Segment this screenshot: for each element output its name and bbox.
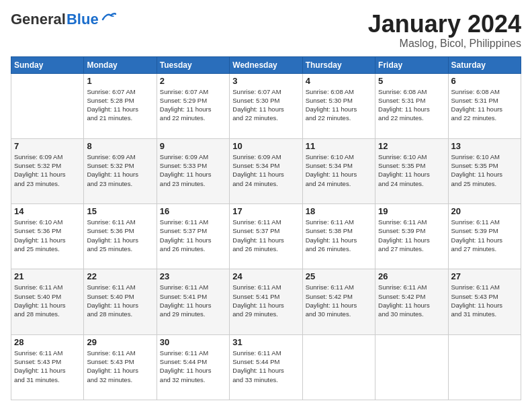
calendar-body: 1Sunrise: 6:07 AM Sunset: 5:28 PM Daylig… <box>11 73 521 400</box>
day-info: Sunrise: 6:07 AM Sunset: 5:28 PM Dayligh… <box>87 87 153 123</box>
calendar-cell: 23Sunrise: 6:11 AM Sunset: 5:41 PM Dayli… <box>157 269 229 334</box>
col-monday: Monday <box>84 56 157 73</box>
col-sunday: Sunday <box>11 56 84 73</box>
calendar-cell: 15Sunrise: 6:11 AM Sunset: 5:36 PM Dayli… <box>84 204 157 269</box>
calendar-cell: 4Sunrise: 6:08 AM Sunset: 5:30 PM Daylig… <box>302 73 375 138</box>
day-info: Sunrise: 6:11 AM Sunset: 5:39 PM Dayligh… <box>451 218 518 253</box>
day-number: 18 <box>306 206 372 216</box>
calendar-cell: 8Sunrise: 6:09 AM Sunset: 5:32 PM Daylig… <box>84 138 157 203</box>
day-number: 14 <box>14 206 81 216</box>
day-info: Sunrise: 6:09 AM Sunset: 5:32 PM Dayligh… <box>87 152 153 188</box>
day-info: Sunrise: 6:11 AM Sunset: 5:36 PM Dayligh… <box>87 218 153 253</box>
day-number: 27 <box>451 271 518 281</box>
day-number: 15 <box>87 206 153 216</box>
calendar-cell: 22Sunrise: 6:11 AM Sunset: 5:40 PM Dayli… <box>84 269 157 334</box>
day-number: 6 <box>451 76 518 86</box>
logo-blue: Blue <box>66 11 99 28</box>
logo-bird-icon <box>101 11 116 22</box>
day-info: Sunrise: 6:11 AM Sunset: 5:37 PM Dayligh… <box>160 218 226 253</box>
day-info: Sunrise: 6:10 AM Sunset: 5:34 PM Dayligh… <box>306 152 372 188</box>
day-number: 4 <box>306 76 372 86</box>
calendar-week-row: 1Sunrise: 6:07 AM Sunset: 5:28 PM Daylig… <box>11 73 521 138</box>
day-info: Sunrise: 6:08 AM Sunset: 5:31 PM Dayligh… <box>378 87 445 123</box>
calendar-cell: 5Sunrise: 6:08 AM Sunset: 5:31 PM Daylig… <box>375 73 448 138</box>
calendar-cell: 29Sunrise: 6:11 AM Sunset: 5:43 PM Dayli… <box>84 334 157 400</box>
col-thursday: Thursday <box>302 56 375 73</box>
calendar-subtitle: Maslog, Bicol, Philippines <box>368 38 521 50</box>
calendar-title: January 2024 <box>368 11 521 38</box>
day-number: 24 <box>232 271 299 281</box>
calendar-cell: 26Sunrise: 6:11 AM Sunset: 5:42 PM Dayli… <box>375 269 448 334</box>
page: General Blue January 2024 Maslog, Bicol,… <box>0 0 532 411</box>
calendar-cell: 1Sunrise: 6:07 AM Sunset: 5:28 PM Daylig… <box>84 73 157 138</box>
col-wednesday: Wednesday <box>230 56 302 73</box>
day-number: 10 <box>232 141 299 151</box>
day-info: Sunrise: 6:09 AM Sunset: 5:32 PM Dayligh… <box>14 152 81 188</box>
calendar-cell: 10Sunrise: 6:09 AM Sunset: 5:34 PM Dayli… <box>230 138 302 203</box>
calendar-cell: 25Sunrise: 6:11 AM Sunset: 5:42 PM Dayli… <box>302 269 375 334</box>
day-number: 28 <box>14 337 81 347</box>
day-info: Sunrise: 6:07 AM Sunset: 5:29 PM Dayligh… <box>160 87 226 123</box>
day-number: 31 <box>232 337 299 347</box>
day-info: Sunrise: 6:11 AM Sunset: 5:44 PM Dayligh… <box>160 349 226 384</box>
day-number: 16 <box>160 206 226 216</box>
day-info: Sunrise: 6:11 AM Sunset: 5:39 PM Dayligh… <box>378 218 445 253</box>
day-number: 9 <box>160 141 226 151</box>
calendar-cell: 28Sunrise: 6:11 AM Sunset: 5:43 PM Dayli… <box>11 334 84 400</box>
day-info: Sunrise: 6:11 AM Sunset: 5:42 PM Dayligh… <box>378 283 445 318</box>
day-number: 2 <box>160 76 226 86</box>
day-number: 26 <box>378 271 445 281</box>
calendar-cell: 18Sunrise: 6:11 AM Sunset: 5:38 PM Dayli… <box>302 204 375 269</box>
day-number: 11 <box>306 141 372 151</box>
day-info: Sunrise: 6:11 AM Sunset: 5:43 PM Dayligh… <box>451 283 518 318</box>
calendar-cell <box>302 334 375 400</box>
day-number: 23 <box>160 271 226 281</box>
day-info: Sunrise: 6:09 AM Sunset: 5:34 PM Dayligh… <box>232 152 299 188</box>
day-number: 17 <box>232 206 299 216</box>
col-saturday: Saturday <box>448 56 521 73</box>
day-number: 13 <box>451 141 518 151</box>
calendar-table: Sunday Monday Tuesday Wednesday Thursday… <box>11 56 521 400</box>
header: General Blue January 2024 Maslog, Bicol,… <box>11 11 521 50</box>
calendar-week-row: 21Sunrise: 6:11 AM Sunset: 5:40 PM Dayli… <box>11 269 521 334</box>
day-number: 22 <box>87 271 153 281</box>
day-info: Sunrise: 6:11 AM Sunset: 5:43 PM Dayligh… <box>87 349 153 384</box>
calendar-week-row: 28Sunrise: 6:11 AM Sunset: 5:43 PM Dayli… <box>11 334 521 400</box>
day-info: Sunrise: 6:10 AM Sunset: 5:35 PM Dayligh… <box>378 152 445 188</box>
calendar-cell: 31Sunrise: 6:11 AM Sunset: 5:44 PM Dayli… <box>230 334 302 400</box>
day-number: 5 <box>378 76 445 86</box>
calendar-cell: 27Sunrise: 6:11 AM Sunset: 5:43 PM Dayli… <box>448 269 521 334</box>
calendar-cell: 11Sunrise: 6:10 AM Sunset: 5:34 PM Dayli… <box>302 138 375 203</box>
calendar-cell: 3Sunrise: 6:07 AM Sunset: 5:30 PM Daylig… <box>230 73 302 138</box>
day-number: 25 <box>306 271 372 281</box>
calendar-cell: 19Sunrise: 6:11 AM Sunset: 5:39 PM Dayli… <box>375 204 448 269</box>
calendar-cell: 21Sunrise: 6:11 AM Sunset: 5:40 PM Dayli… <box>11 269 84 334</box>
day-info: Sunrise: 6:07 AM Sunset: 5:30 PM Dayligh… <box>232 87 299 123</box>
day-number: 19 <box>378 206 445 216</box>
day-number: 1 <box>87 76 153 86</box>
calendar-cell: 6Sunrise: 6:08 AM Sunset: 5:31 PM Daylig… <box>448 73 521 138</box>
calendar-cell: 2Sunrise: 6:07 AM Sunset: 5:29 PM Daylig… <box>157 73 229 138</box>
day-number: 8 <box>87 141 153 151</box>
calendar-cell: 12Sunrise: 6:10 AM Sunset: 5:35 PM Dayli… <box>375 138 448 203</box>
day-number: 3 <box>232 76 299 86</box>
logo: General Blue <box>11 11 116 28</box>
calendar-cell: 16Sunrise: 6:11 AM Sunset: 5:37 PM Dayli… <box>157 204 229 269</box>
day-info: Sunrise: 6:11 AM Sunset: 5:37 PM Dayligh… <box>232 218 299 253</box>
logo-general: General <box>11 11 66 28</box>
calendar-cell: 20Sunrise: 6:11 AM Sunset: 5:39 PM Dayli… <box>448 204 521 269</box>
calendar-cell: 30Sunrise: 6:11 AM Sunset: 5:44 PM Dayli… <box>157 334 229 400</box>
day-number: 21 <box>14 271 81 281</box>
day-info: Sunrise: 6:11 AM Sunset: 5:41 PM Dayligh… <box>232 283 299 318</box>
day-info: Sunrise: 6:11 AM Sunset: 5:43 PM Dayligh… <box>14 349 81 384</box>
day-info: Sunrise: 6:09 AM Sunset: 5:33 PM Dayligh… <box>160 152 226 188</box>
calendar-cell <box>375 334 448 400</box>
day-info: Sunrise: 6:08 AM Sunset: 5:30 PM Dayligh… <box>306 87 372 123</box>
calendar-cell <box>11 73 84 138</box>
day-info: Sunrise: 6:08 AM Sunset: 5:31 PM Dayligh… <box>451 87 518 123</box>
calendar-cell: 14Sunrise: 6:10 AM Sunset: 5:36 PM Dayli… <box>11 204 84 269</box>
day-number: 7 <box>14 141 81 151</box>
day-info: Sunrise: 6:11 AM Sunset: 5:41 PM Dayligh… <box>160 283 226 318</box>
day-number: 29 <box>87 337 153 347</box>
calendar-cell <box>448 334 521 400</box>
